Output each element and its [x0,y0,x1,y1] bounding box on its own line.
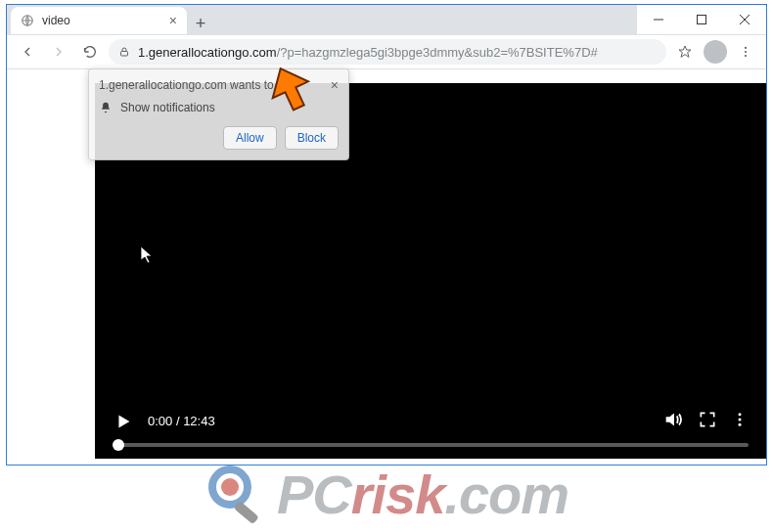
lock-icon [118,46,130,58]
watermark-risk: risk [351,464,445,525]
popup-close-button[interactable]: × [331,77,339,93]
block-button[interactable]: Block [285,126,339,150]
minimize-button[interactable] [637,5,680,34]
watermark-com: .com [444,464,568,525]
close-window-button[interactable] [723,5,766,34]
arrow-right-icon [51,44,67,60]
allow-button[interactable]: Allow [223,126,277,150]
url-host: 1.generallocationgo.com [138,45,277,60]
browser-menu-button[interactable] [733,39,758,65]
fullscreen-icon [698,410,717,429]
tab-close-icon[interactable]: × [169,13,177,28]
close-icon [740,15,750,24]
svg-rect-14 [233,501,258,524]
minimize-icon [654,15,663,24]
svg-point-13 [221,478,239,496]
url-path: /?p=hazgmzlega5gi3bpge3dmmy&sub2=%7BSITE… [277,45,598,60]
browser-tab[interactable]: video × [11,7,187,34]
reload-icon [82,44,98,60]
globe-icon [21,14,34,27]
permission-prompt: Show notifications [120,101,215,114]
play-icon [113,411,134,432]
svg-point-8 [745,55,747,57]
progress-bar[interactable] [113,443,749,447]
titlebar: video × + [7,5,766,35]
url-text: 1.generallocationgo.com/?p=hazgmzlega5gi… [138,45,598,60]
svg-point-11 [739,423,742,426]
new-tab-button[interactable]: + [187,14,214,34]
svg-point-7 [745,51,747,53]
profile-avatar[interactable] [704,40,727,64]
watermark: PCrisk.com [20,462,753,526]
video-time: 0:00 / 12:43 [148,414,215,428]
permission-origin: 1.generallocationgo.com wants to [99,78,274,92]
kebab-icon [739,45,752,59]
maximize-button[interactable] [680,5,723,34]
browser-toolbar: 1.generallocationgo.com/?p=hazgmzlega5gi… [7,35,766,69]
watermark-pc: PC [277,464,351,525]
star-icon [677,44,693,60]
magnifier-icon [205,462,273,526]
svg-rect-2 [698,16,706,24]
play-button[interactable] [113,411,134,432]
video-controls: 0:00 / 12:43 [95,397,766,443]
bookmark-button[interactable] [672,39,698,65]
window-controls [637,5,766,34]
watermark-text: PCrisk.com [277,463,568,526]
svg-point-9 [739,413,742,416]
back-button[interactable] [15,39,40,65]
fullscreen-button[interactable] [698,410,717,432]
reload-button[interactable] [77,39,103,65]
volume-button[interactable] [662,409,684,433]
maximize-icon [697,15,706,24]
notification-permission-popup: 1.generallocationgo.com wants to × Show … [88,68,349,160]
arrow-left-icon [20,44,35,60]
bell-icon [99,101,113,114]
tab-strip: video × + [7,5,637,34]
forward-button[interactable] [46,39,71,65]
svg-rect-5 [121,52,128,57]
volume-icon [662,409,684,430]
tab-title: video [42,14,70,27]
progress-thumb[interactable] [113,439,124,451]
video-menu-button[interactable] [731,411,749,431]
svg-point-6 [745,47,747,49]
address-bar[interactable]: 1.generallocationgo.com/?p=hazgmzlega5gi… [109,39,666,65]
svg-point-10 [739,419,742,421]
kebab-icon [731,411,749,428]
